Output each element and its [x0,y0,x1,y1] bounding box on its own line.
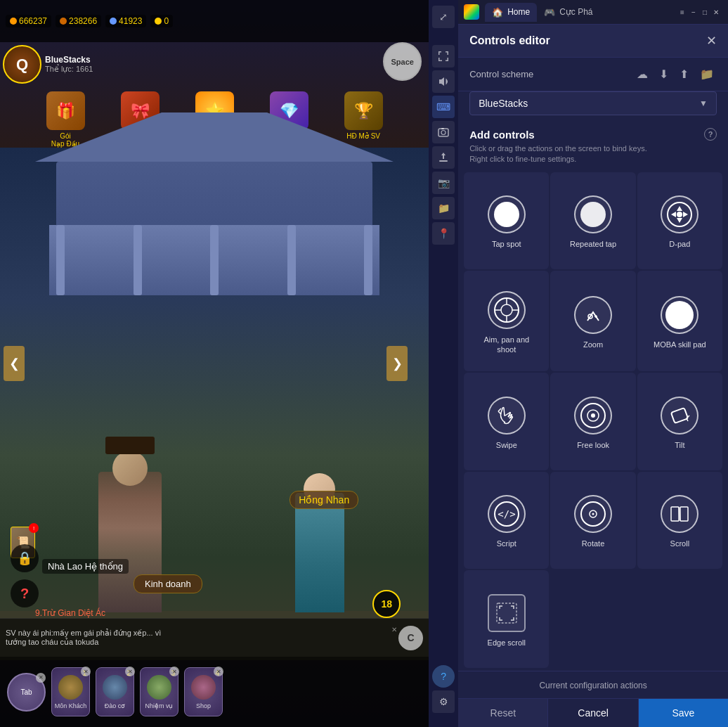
sidebar-btn-settings[interactable]: ⚙ [432,690,455,713]
control-moba-skill-pad[interactable]: MOBA skill pad [637,271,722,371]
building-roof [35,112,394,162]
win-ctrl-close[interactable]: ✕ [711,7,721,17]
add-controls-help-icon[interactable]: ? [704,128,717,141]
control-tap-spot[interactable]: Tap spot [464,172,549,270]
currency-2-value: 238266 [69,16,97,26]
player-name: BlueStacks [45,55,93,65]
hotbar-label-2: Đào cơ [105,702,126,709]
sidebar-btn-help[interactable]: ? [432,665,455,688]
panel-header: Controls editor ✕ [458,25,728,58]
scheme-icon-cloud[interactable]: ☁ [634,66,651,82]
svg-point-7 [501,304,512,316]
sidebar-btn-volume[interactable] [432,70,455,93]
svg-rect-16 [671,408,688,423]
nav-arrow-left[interactable]: ❮ [4,346,25,381]
nav-arrow-right[interactable]: ❯ [386,346,408,381]
chat-c-button[interactable]: C [398,626,423,650]
game-tab-icon: 🎮 [544,7,555,18]
sidebar-btn-apk[interactable] [432,146,455,169]
cancel-button[interactable]: Cancel [548,699,638,727]
column-5 [364,225,372,295]
char-hat [105,437,155,454]
control-repeated-tap[interactable]: Repeated tap [550,172,635,270]
tab-btn-label: Tab [20,688,32,696]
free-look-svg [580,403,606,428]
sidebar-btn-fullscreen[interactable] [432,45,455,67]
tab-close[interactable]: ✕ [36,673,46,683]
sidebar-btn-location[interactable]: 📍 [432,222,455,245]
control-zoom[interactable]: Zoom [550,271,635,371]
svg-point-1 [441,131,446,135]
tab-home[interactable]: 🏠 Home [485,3,537,22]
timer-badge: 18 [372,590,401,618]
hotbar-icon-3 [147,675,171,700]
top-currency-bar: 666237 238266 41923 0 [0,0,429,42]
zoom-label: Zoom [583,340,603,349]
quest-label: 9.Trừ Gian Diệt Ác [35,608,105,618]
hotbar-item-3[interactable]: 3 Nhiệm vụ ✕ [140,667,178,716]
hotbar-item-1[interactable]: 1 Môn Khách ✕ [51,667,90,716]
tab-game[interactable]: 🎮 Cực Phá [537,3,599,22]
controls-panel: 🏠 Home 🎮 Cực Phá ≡ − □ ✕ Controls editor… [458,0,728,727]
add-controls-title: Add controls [469,129,535,141]
save-button[interactable]: Save [639,699,728,727]
scheme-icon-folder[interactable]: 📁 [697,66,717,82]
hotbar-item-4[interactable]: 4 Shop ✕ [184,667,223,716]
control-tilt[interactable]: Tilt [637,373,722,470]
hotbar-close-2[interactable]: ✕ [125,667,135,676]
control-rotate[interactable]: Rotate [550,472,635,570]
swipe-label: Swipe [496,440,517,450]
hotbar-close-3[interactable]: ✕ [169,667,179,676]
currency-2-dot [60,18,67,25]
hud-question[interactable]: ? [11,579,39,607]
control-script[interactable]: </> Script [464,472,549,570]
sidebar-btn-expand[interactable]: ⤢ [432,6,455,28]
panel-close-button[interactable]: ✕ [706,33,717,49]
tap-spot-circle [494,202,519,227]
sidebar-btn-folder[interactable]: 📁 [432,197,455,219]
character-female [295,493,344,612]
repeated-tap-circle [580,202,606,227]
skill-book-notification: ! [29,523,39,533]
current-config-label: Current configuration actions [539,681,646,690]
zoom-svg [580,302,606,328]
win-ctrl-minimize[interactable]: − [689,7,698,17]
home-tab-label: Home [507,7,530,17]
hotbar-close-4[interactable]: ✕ [214,667,223,676]
current-config-section: Current configuration actions [458,671,728,698]
avatar-letter: Q [16,56,28,74]
kinh-doanh-button[interactable]: Kinh doanh [134,574,202,593]
sidebar-btn-screenshot[interactable] [432,121,455,143]
control-edge-scroll[interactable]: Edge scroll [464,570,549,668]
control-scroll[interactable]: Scroll [637,472,722,570]
repeated-tap-icon [574,195,612,233]
hotbar-item-2[interactable]: 2 Đào cơ ✕ [96,667,134,716]
scheme-dropdown[interactable]: BlueStacks ▼ [469,91,717,115]
scheme-dropdown-text: BlueStacks [479,98,528,109]
win-ctrl-menu[interactable]: ≡ [677,7,687,17]
control-swipe[interactable]: Swipe [464,373,549,470]
control-d-pad[interactable]: D-pad [637,172,722,270]
timer-value: 18 [381,598,392,610]
svg-rect-2 [441,128,444,129]
currency-4-dot [155,18,162,25]
control-free-look[interactable]: Free look [550,373,635,470]
scroll-svg [667,501,692,527]
chat-text: SV này ái phi:mấy em gái phải đứng xếp..… [6,629,398,647]
tab-button[interactable]: Tab ✕ [7,673,46,712]
edge-scroll-icon [488,594,526,632]
hotbar-close-1[interactable]: ✕ [81,667,91,676]
aim-pan-shoot-label: Aim, pan and shoot [483,335,529,355]
space-button[interactable]: Space [383,42,422,81]
chat-close[interactable]: ✕ [391,626,397,633]
sidebar-btn-keyboard[interactable]: ⌨ [432,96,455,118]
reset-button[interactable]: Reset [458,699,548,727]
hud-lock[interactable]: 🔒 [11,544,39,572]
sidebar-btn-camera[interactable]: 📷 [432,172,455,194]
repeated-tap-label: Repeated tap [570,239,616,249]
win-ctrl-maximize[interactable]: □ [700,7,710,17]
control-aim-pan-shoot[interactable]: Aim, pan and shoot [464,271,549,371]
scheme-icon-download[interactable]: ⬇ [656,66,671,82]
scheme-icon-upload[interactable]: ⬆ [677,66,691,82]
rotate-label: Rotate [582,539,604,548]
